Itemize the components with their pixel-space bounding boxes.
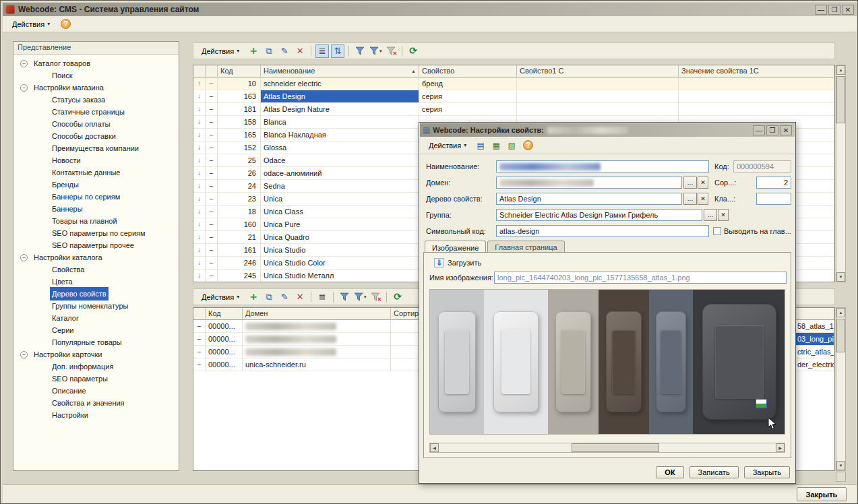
class-field[interactable]	[756, 193, 791, 205]
grouping-button[interactable]: ≡	[315, 290, 329, 304]
scroll-thumb[interactable]	[836, 319, 845, 352]
cell-code[interactable]: 00000...	[206, 346, 243, 358]
tree-item[interactable]: Способы доставки	[13, 130, 179, 142]
cell-property-value[interactable]	[679, 90, 834, 103]
properties-actions-button[interactable]: Действия ▾	[196, 45, 245, 57]
tree-item[interactable]: − Настройки карточки	[13, 348, 179, 360]
tree-item[interactable]: Поиск	[13, 69, 179, 82]
cell-name[interactable]: Unica Class	[261, 206, 419, 218]
domain-field[interactable]	[496, 177, 682, 189]
tree-item[interactable]: Цвета	[13, 276, 179, 288]
cell-code[interactable]: 00000...	[206, 333, 243, 346]
close-form-button[interactable]: Закрыть	[797, 487, 847, 501]
filter-settings-button[interactable]: ▾	[353, 290, 367, 304]
cell-name[interactable]: Odace	[261, 154, 419, 167]
cell-name[interactable]: Atlas Design	[261, 90, 419, 103]
tree-expander-icon[interactable]: −	[20, 351, 28, 358]
picture-icon[interactable]	[756, 399, 767, 408]
scroll-down-icon[interactable]: ▼	[836, 272, 845, 282]
reread-button[interactable]: ▤	[474, 139, 487, 152]
image-h-scrollbar[interactable]: ◀ ▶	[429, 443, 785, 453]
cell-code[interactable]: 165	[218, 129, 261, 141]
image-name-field[interactable]: long_pic_1644740203_long_pic_1577135658_…	[494, 272, 787, 284]
cell-name[interactable]: odace-алюминий	[261, 167, 419, 180]
add-page-button[interactable]: ▧	[505, 139, 518, 152]
show-on-main-checkbox[interactable]	[713, 227, 721, 235]
header-name[interactable]: Наименование▲	[261, 65, 419, 77]
cell-code[interactable]: 160	[218, 218, 261, 231]
tree-item[interactable]: Серии	[13, 324, 179, 336]
dialog-actions-button[interactable]: Действия ▾	[423, 139, 472, 152]
cell-code[interactable]: 00000...	[206, 358, 243, 371]
filter-button[interactable]	[353, 44, 367, 58]
header-domain[interactable]: Домен	[243, 308, 391, 320]
tree-item[interactable]: Баннеры	[13, 203, 179, 215]
scroll-down-icon[interactable]: ▼	[836, 461, 845, 470]
scroll-right-icon[interactable]: ▶	[776, 443, 785, 452]
property-tree-field[interactable]: Atlas Design	[496, 193, 682, 205]
add-button[interactable]: +	[247, 290, 260, 304]
properties-table-scrollbar[interactable]: ▲ ▼	[836, 65, 846, 282]
tree-item[interactable]: Новости	[13, 154, 179, 166]
tree-item[interactable]: Способы оплаты	[13, 118, 179, 130]
copy-button[interactable]: ⧉	[262, 290, 276, 304]
refresh-button[interactable]: ⟳	[391, 290, 404, 304]
cell-name[interactable]: schneider electric	[261, 77, 419, 90]
tree-item[interactable]: Каталог	[13, 312, 179, 324]
group-field[interactable]: Schneider Electric Atlas Design Рамки Гр…	[496, 209, 702, 221]
sort-field[interactable]: 2	[756, 177, 791, 189]
cell-name[interactable]: Atlas Design Nature	[261, 103, 419, 116]
scroll-left-icon[interactable]: ◀	[430, 443, 439, 452]
tree-item[interactable]: Группы номенклатуры	[13, 300, 179, 312]
dialog-help-icon[interactable]: ?	[523, 140, 533, 150]
cell-property-value[interactable]	[679, 103, 834, 116]
tree-item[interactable]: Бренды	[13, 179, 179, 191]
cell-domain[interactable]	[243, 320, 391, 333]
tree-expander-icon[interactable]: −	[20, 60, 28, 67]
scroll-up-icon[interactable]: ▲	[836, 308, 845, 317]
tree-item[interactable]: SEO параметры прочее	[13, 239, 179, 251]
list-view-toggle[interactable]: ≣	[315, 44, 329, 58]
dialog-close-button[interactable]: ✕	[780, 125, 792, 135]
domains-actions-button[interactable]: Действия ▾	[196, 291, 245, 303]
tree-expander-icon[interactable]: −	[20, 84, 28, 92]
cell-code[interactable]: 18	[218, 206, 261, 218]
scroll-thumb[interactable]	[572, 443, 659, 452]
tree-item[interactable]: Дерево свойств	[13, 288, 179, 300]
tree-clear-button[interactable]: ✕	[698, 193, 708, 205]
delete-button[interactable]: ✕	[293, 290, 307, 304]
dialog-minimize-button[interactable]: —	[753, 125, 765, 135]
cell-code[interactable]: 26	[218, 167, 261, 180]
cell-code[interactable]: 161	[218, 244, 261, 257]
cell-name[interactable]: Glossa	[261, 141, 419, 154]
tree-item[interactable]: − Каталог товаров	[13, 57, 179, 69]
refresh-button[interactable]: ⟳	[406, 44, 420, 58]
header-code[interactable]: Код	[218, 65, 261, 77]
tree-item[interactable]: − Настройки каталога	[13, 251, 179, 263]
tree-item[interactable]: Статичные страницы	[13, 106, 179, 118]
cell-code[interactable]: 181	[218, 103, 261, 116]
clear-filter-button[interactable]: ✕	[384, 44, 398, 58]
cell-property[interactable]: бренд	[419, 77, 517, 90]
add-button[interactable]: +	[247, 44, 260, 58]
domain-lookup-button[interactable]: …	[683, 177, 697, 189]
clear-filter-button[interactable]: ✕	[369, 290, 382, 304]
tree-item[interactable]: Популярные товары	[13, 336, 179, 348]
tree-expander-icon[interactable]: −	[20, 254, 28, 261]
tree-lookup-button[interactable]: …	[683, 193, 697, 205]
domains-table-scrollbar[interactable]: ▲ ▼	[836, 307, 846, 471]
table-action-button[interactable]: ▦	[489, 139, 503, 152]
cell-property[interactable]: серия	[419, 103, 517, 116]
table-row[interactable]: ↓ − 181 Atlas Design Nature серия	[193, 103, 834, 116]
close-button[interactable]: ✕	[842, 5, 854, 15]
show-on-main-label[interactable]: Выводить на глав...	[724, 225, 793, 237]
cell-property[interactable]: серия	[419, 90, 517, 103]
actions-menu-button[interactable]: Действия ▾	[7, 18, 55, 30]
cell-name[interactable]: Blanca Накладная	[261, 129, 419, 141]
tree-item[interactable]: Баннеры по сериям	[13, 191, 179, 203]
tree-item[interactable]: Контактные данные	[13, 166, 179, 179]
edit-button[interactable]: ✎	[278, 290, 291, 304]
tree-item[interactable]: Свойства	[13, 263, 179, 276]
cell-name[interactable]: Sedna	[261, 180, 419, 193]
write-button[interactable]: Записать	[690, 466, 739, 478]
